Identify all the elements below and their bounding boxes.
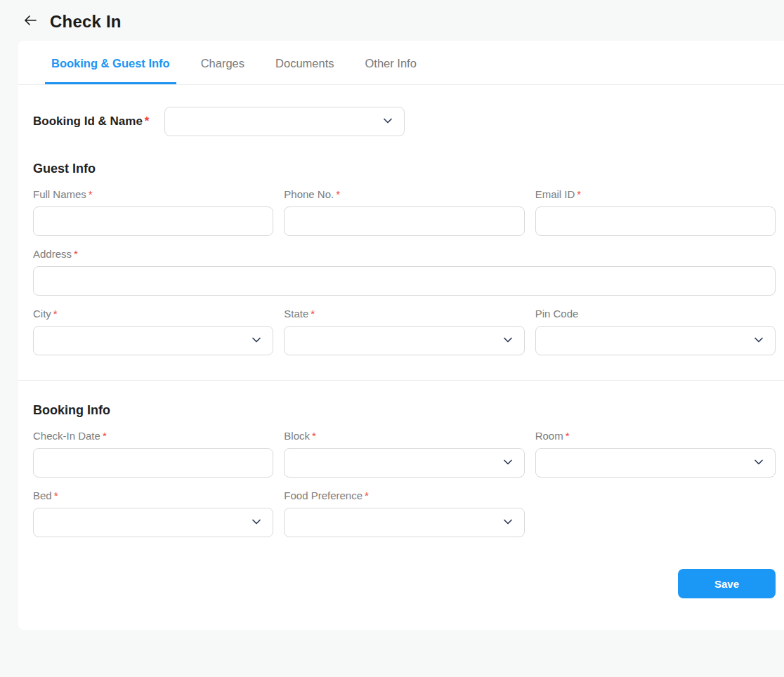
block-label: Block* [284, 430, 524, 442]
bed-label: Bed* [33, 489, 273, 501]
check-in-page: Check In Booking & Guest Info Charges Do… [0, 0, 784, 677]
state-label-text: State [284, 308, 308, 320]
required-asterisk: * [74, 248, 78, 260]
required-asterisk: * [103, 430, 107, 442]
food-preference-select[interactable] [284, 508, 524, 537]
bed-field: Bed* [33, 489, 273, 537]
block-select[interactable] [284, 448, 524, 478]
back-arrow-icon [22, 12, 39, 32]
chevron-down-icon [752, 334, 765, 348]
checkin-date-label: Check-In Date* [33, 430, 273, 442]
block-field: Block* [284, 430, 524, 478]
room-label: Room* [535, 430, 776, 442]
food-preference-field: Food Preference* [284, 489, 524, 537]
tab-charges[interactable]: Charges [195, 41, 251, 84]
chevron-down-icon [502, 515, 514, 530]
required-asterisk: * [336, 188, 340, 200]
save-button[interactable]: Save [678, 569, 776, 598]
booking-row-2: Bed* Food Preference* [33, 478, 776, 537]
email-input[interactable] [535, 206, 776, 236]
pin-code-select[interactable] [535, 326, 776, 355]
guest-row-1: Full Names* Phone No.* Email ID* [33, 176, 776, 236]
required-asterisk: * [145, 114, 150, 128]
section-divider [18, 380, 784, 381]
required-asterisk: * [566, 430, 570, 442]
page-header: Check In [0, 0, 784, 41]
full-names-input[interactable] [33, 206, 273, 236]
phone-label: Phone No.* [284, 188, 524, 200]
full-names-field: Full Names* [33, 188, 273, 236]
email-label: Email ID* [535, 188, 776, 200]
full-names-label-text: Full Names [33, 188, 86, 200]
address-field: Address* [33, 248, 776, 296]
chevron-down-icon [381, 114, 394, 129]
tab-other-info[interactable]: Other Info [359, 41, 423, 84]
block-label-text: Block [284, 430, 310, 442]
booking-info-heading: Booking Info [33, 403, 776, 418]
city-field: City* [33, 308, 273, 355]
phone-label-text: Phone No. [284, 188, 334, 200]
page-title: Check In [50, 12, 122, 32]
checkin-date-label-text: Check-In Date [33, 430, 100, 442]
checkin-date-input[interactable] [33, 448, 273, 478]
chevron-down-icon [502, 334, 514, 348]
required-asterisk: * [53, 308, 58, 320]
food-preference-label: Food Preference* [284, 489, 524, 501]
bed-label-text: Bed [33, 489, 52, 501]
full-names-label: Full Names* [33, 188, 273, 200]
guest-row-2: City* State* Pin Code* [33, 296, 776, 355]
address-input[interactable] [33, 266, 776, 296]
required-asterisk: * [89, 188, 93, 200]
pin-code-label-text: Pin Code [535, 308, 579, 320]
booking-id-row: Booking Id & Name* [33, 107, 776, 136]
room-label-text: Room [535, 430, 563, 442]
bed-select[interactable] [33, 508, 273, 537]
required-asterisk: * [365, 489, 369, 501]
state-label: State* [284, 308, 524, 320]
chevron-down-icon [502, 456, 514, 471]
back-button[interactable] [21, 13, 39, 31]
address-label: Address* [33, 248, 776, 260]
chevron-down-icon [250, 515, 263, 530]
state-select[interactable] [284, 326, 524, 355]
empty-cell [535, 489, 776, 537]
phone-field: Phone No.* [284, 188, 524, 236]
chevron-down-icon [752, 456, 765, 471]
phone-input[interactable] [284, 206, 524, 236]
required-asterisk: * [577, 188, 581, 200]
check-in-card: Booking & Guest Info Charges Documents O… [18, 41, 784, 630]
booking-id-select[interactable] [164, 107, 405, 136]
save-row: Save [33, 569, 776, 598]
address-label-text: Address [33, 248, 72, 260]
tab-booking-guest-info[interactable]: Booking & Guest Info [45, 41, 176, 84]
email-field: Email ID* [535, 188, 776, 236]
city-select[interactable] [33, 326, 273, 355]
room-field: Room* [535, 430, 776, 478]
room-select[interactable] [535, 448, 776, 478]
state-field: State* [284, 308, 524, 355]
tab-documents[interactable]: Documents [269, 41, 340, 84]
food-preference-label-text: Food Preference [284, 489, 362, 501]
pin-code-label: Pin Code* [535, 308, 776, 320]
booking-id-label-text: Booking Id & Name [33, 114, 143, 128]
chevron-down-icon [250, 334, 263, 348]
city-label: City* [33, 308, 273, 320]
checkin-date-field: Check-In Date* [33, 430, 273, 478]
booking-id-label: Booking Id & Name* [33, 114, 149, 129]
required-asterisk: * [54, 489, 58, 501]
booking-row-1: Check-In Date* Block* Room* [33, 418, 776, 478]
tab-bar: Booking & Guest Info Charges Documents O… [18, 41, 784, 85]
required-asterisk: * [311, 308, 315, 320]
pin-code-field: Pin Code* [535, 308, 776, 355]
email-label-text: Email ID [535, 188, 575, 200]
required-asterisk: * [312, 430, 316, 442]
guest-info-heading: Guest Info [33, 162, 776, 176]
tab-content: Booking Id & Name* Guest Info Full Names… [18, 85, 784, 630]
city-label-text: City [33, 308, 51, 320]
